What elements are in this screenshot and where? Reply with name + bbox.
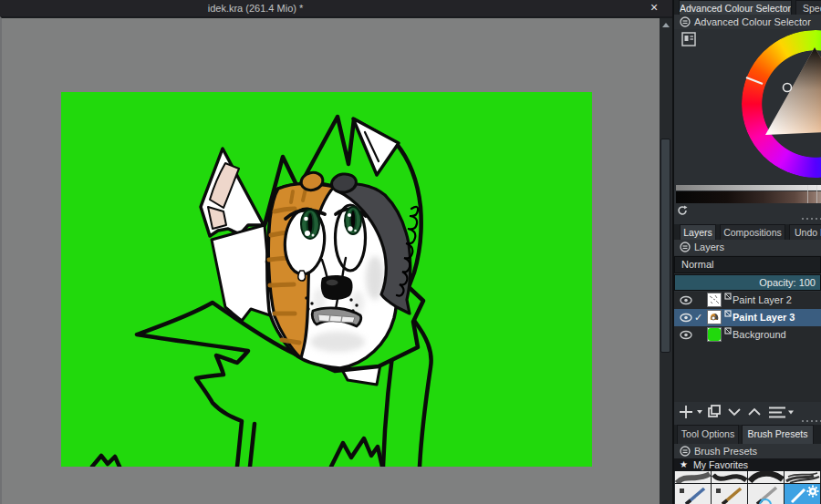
layer-badge-icon [724, 293, 732, 300]
triangle-cursor [784, 84, 792, 92]
brush-preset[interactable] [748, 484, 785, 504]
brush-preset[interactable] [675, 471, 712, 484]
properties-dropdown-icon[interactable] [788, 411, 794, 415]
docker-lock-icon [680, 16, 691, 27]
blend-mode-select[interactable]: Normal [674, 256, 821, 273]
shade-strip-light[interactable] [676, 185, 821, 190]
layer-row[interactable]: Background [674, 326, 821, 344]
brush-preset[interactable] [712, 471, 748, 484]
canvas-viewport[interactable] [0, 16, 660, 504]
visibility-eye-icon[interactable] [680, 313, 692, 323]
brush-preset-selected[interactable] [785, 484, 821, 504]
layer-thumbnail[interactable] [707, 327, 722, 342]
move-layer-down-icon[interactable] [729, 409, 740, 415]
brush-preset[interactable] [675, 484, 712, 504]
layer-badge-icon [724, 310, 732, 317]
add-layer-icon[interactable] [680, 406, 692, 418]
splitter-handle[interactable] [802, 218, 821, 220]
scrollbar-thumb[interactable] [660, 139, 670, 353]
layers-docker-header: Layers [674, 240, 821, 255]
canvas-artwork[interactable] [61, 92, 592, 467]
tab-tool-options[interactable]: Tool Options [677, 425, 739, 444]
layer-name: Background [733, 329, 786, 340]
strip-marker [807, 185, 808, 203]
window-title: idek.kra (261.4 Mio) * [146, 3, 365, 14]
layer-thumbnail[interactable] [707, 293, 722, 307]
visibility-eye-icon[interactable] [680, 295, 692, 305]
move-layer-up-icon[interactable] [749, 409, 760, 415]
brush-docker-header: Brush Presets [674, 444, 821, 458]
tab-undo-history[interactable]: Undo History [789, 224, 821, 240]
layer-name: Paint Layer 3 [733, 312, 795, 323]
layers-docker-tabbar: Layers Compositions Undo History [674, 224, 821, 240]
ring-cursor [746, 77, 763, 84]
checkmark-icon: ✓ [694, 312, 702, 324]
layer-properties-icon[interactable] [769, 408, 785, 417]
visibility-eye-icon[interactable] [680, 330, 692, 340]
title-bar[interactable]: idek.kra (261.4 Mio) * × [0, 0, 672, 16]
layer-thumbnail[interactable] [707, 310, 722, 324]
artwork-drawing [61, 92, 592, 467]
brush-preset[interactable] [712, 484, 748, 504]
shade-strip-dark[interactable] [676, 191, 821, 203]
duplicate-layer-icon2[interactable] [712, 406, 720, 414]
layer-row[interactable]: Paint Layer 2 [674, 292, 821, 309]
right-dock-panel: Advanced Colour Selector Specific Color … [672, 0, 821, 504]
color-docker-title: Advanced Colour Selector [694, 16, 811, 27]
tab-compositions[interactable]: Compositions [720, 224, 785, 240]
layer-badge-icon [724, 327, 732, 334]
add-layer-dropdown-icon[interactable] [697, 410, 702, 414]
tab-advanced-colour-selector[interactable]: Advanced Colour Selector [679, 0, 792, 15]
color-docker-header: Advanced Colour Selector [674, 15, 821, 29]
layer-list: Paint Layer 2 ✓ [674, 292, 821, 402]
brush-preset-grid [674, 471, 821, 504]
opacity-slider[interactable]: Opacity: 100 [674, 274, 821, 291]
color-docker-tabbar: Advanced Colour Selector Specific Color … [674, 0, 821, 15]
docker-lock-icon [680, 446, 691, 457]
brush-tag-select[interactable]: ★ My Favorites [674, 458, 821, 471]
scroll-up-icon[interactable] [662, 23, 670, 27]
docker-lock-icon [680, 242, 691, 252]
brush-docker-tabbar: Tool Options Brush Presets [674, 425, 821, 444]
brush-preset[interactable] [785, 471, 821, 484]
strip-marker [816, 185, 817, 203]
layer-row-selected[interactable]: ✓ Paint Layer 3 [674, 309, 821, 326]
star-icon: ★ [680, 459, 688, 469]
tab-specific-color-selector[interactable]: Specific Color Selector [795, 0, 821, 15]
layers-docker-title: Layers [694, 242, 724, 252]
color-triangle[interactable] [742, 30, 821, 178]
tab-layers[interactable]: Layers [680, 224, 716, 240]
brush-tag-label: My Favorites [693, 459, 748, 470]
splitter-handle[interactable] [802, 420, 821, 422]
tab-brush-presets[interactable]: Brush Presets [742, 425, 814, 444]
refresh-icon[interactable] [676, 204, 689, 217]
selector-settings-icon[interactable] [681, 32, 696, 46]
canvas-vscrollbar[interactable] [660, 16, 672, 504]
layer-name: Paint Layer 2 [733, 294, 792, 305]
layer-toolbar [674, 402, 821, 424]
close-button[interactable]: × [642, 0, 666, 16]
brush-docker-title: Brush Presets [694, 446, 757, 457]
brush-preset[interactable] [748, 471, 785, 484]
